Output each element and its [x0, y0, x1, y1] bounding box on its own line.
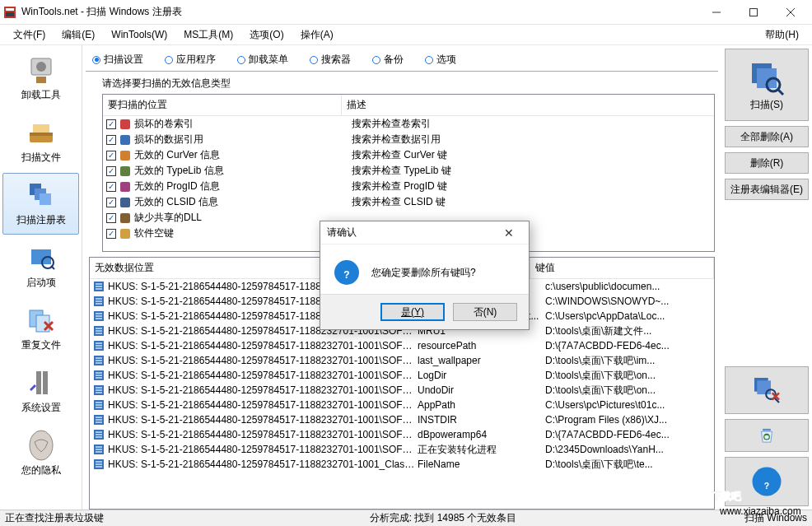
- tab-label: 备份: [384, 53, 404, 67]
- tab-1[interactable]: 应用程序: [161, 51, 219, 68]
- result-row[interactable]: HKUS: S-1-5-21-2186544480-1259784517-118…: [90, 353, 714, 368]
- sidebar-item-sysset[interactable]: 系统设置: [2, 361, 79, 422]
- scan-row[interactable]: 无效的 CurVer 信息搜索并检查 CurVer 键: [103, 147, 714, 163]
- titlebar: WinTools.net - 扫描 Windows 注册表: [0, 0, 812, 25]
- tab-label: 卸载菜单: [249, 53, 288, 67]
- scan-row[interactable]: 无效的 CLSID 信息搜索并检查 CLSID 键: [103, 194, 714, 210]
- tab-0[interactable]: 扫描设置: [89, 51, 147, 68]
- scan-row-location: 损坏的卷索引: [134, 117, 352, 131]
- svg-rect-28: [120, 151, 130, 161]
- result-location: HKUS: S-1-5-21-2186544480-1259784517-118…: [108, 340, 418, 351]
- result-keyvalue: D:\tools\桌面\下载吧\im...: [545, 354, 714, 368]
- menu-edit[interactable]: 编辑(E): [54, 26, 103, 44]
- scan-header-location[interactable]: 要扫描的位置: [103, 95, 342, 115]
- dialog-no-button[interactable]: 否(N): [453, 303, 517, 321]
- close-button[interactable]: [772, 1, 809, 24]
- result-keyname: resourcePath: [418, 340, 545, 351]
- result-row[interactable]: HKUS: S-1-5-21-2186544480-1259784517-118…: [90, 368, 714, 383]
- row-icon: [119, 165, 131, 177]
- inspect-button[interactable]: [725, 366, 809, 414]
- svg-rect-2: [6, 12, 14, 16]
- dupfiles-icon: [25, 304, 58, 337]
- scan-header-desc[interactable]: 描述: [342, 95, 714, 115]
- result-row[interactable]: HKUS: S-1-5-21-2186544480-1259784517-118…: [90, 457, 714, 472]
- result-row[interactable]: HKUS: S-1-5-21-2186544480-1259784517-118…: [90, 427, 714, 442]
- delete-button[interactable]: 删除(R): [725, 152, 809, 174]
- result-keyname: FileName: [418, 459, 545, 470]
- scan-row[interactable]: 无效的 ProgID 信息搜索并检查 ProgID 键: [103, 179, 714, 194]
- registry-icon: [93, 325, 105, 337]
- results-header-value[interactable]: 键值: [530, 258, 714, 278]
- sidebar-item-startup[interactable]: 启动项: [2, 235, 79, 297]
- row-icon: [119, 228, 131, 240]
- svg-rect-37: [96, 288, 102, 290]
- tab-2[interactable]: 卸载菜单: [234, 51, 292, 68]
- scan-row[interactable]: 无效的 TypeLib 信息搜索并检查 TypeLib 键: [103, 163, 714, 179]
- result-location: HKUS: S-1-5-21-2186544480-1259784517-118…: [108, 459, 418, 470]
- menu-options[interactable]: 选项(O): [241, 26, 292, 44]
- registry-icon: [93, 384, 105, 396]
- svg-rect-85: [96, 466, 102, 468]
- menu-mstools[interactable]: MS工具(M): [175, 26, 241, 44]
- checkbox[interactable]: [106, 198, 116, 207]
- sidebar-item-label: 您的隐私: [21, 463, 61, 477]
- registry-icon: [93, 429, 105, 440]
- menu-file[interactable]: 文件(F): [5, 26, 54, 44]
- scan-row[interactable]: 损坏的数据引用搜索并检查数据引用: [103, 132, 714, 147]
- recycle-bin-button[interactable]: [725, 419, 809, 452]
- startup-icon: [25, 241, 58, 274]
- checkbox[interactable]: [106, 135, 116, 145]
- svg-rect-51: [96, 342, 102, 344]
- result-keyname: LogDir: [418, 370, 545, 381]
- svg-rect-60: [96, 375, 102, 376]
- menu-action[interactable]: 操作(A): [292, 26, 342, 44]
- registry-editor-button[interactable]: 注册表编辑器(E): [725, 179, 809, 200]
- radio-icon: [310, 56, 318, 64]
- checkbox[interactable]: [106, 213, 116, 223]
- checkbox[interactable]: [106, 229, 116, 239]
- result-row[interactable]: HKUS: S-1-5-21-2186544480-1259784517-118…: [90, 442, 714, 457]
- result-row[interactable]: HKUS: S-1-5-21-2186544480-1259784517-118…: [90, 398, 714, 412]
- sidebar-item-privacy[interactable]: 您的隐私: [2, 423, 79, 485]
- svg-rect-29: [120, 166, 130, 176]
- result-location: HKUS: S-1-5-21-2186544480-1259784517-118…: [108, 384, 418, 396]
- tab-4[interactable]: 备份: [369, 51, 407, 68]
- scan-icon: [747, 58, 786, 98]
- tab-5[interactable]: 选项: [422, 51, 460, 68]
- scan-button[interactable]: 扫描(S): [725, 49, 809, 121]
- row-icon: [119, 150, 131, 161]
- checkbox[interactable]: [106, 119, 116, 129]
- result-keyvalue: D:\2345Downloads\YanH...: [545, 444, 714, 455]
- checkbox[interactable]: [106, 151, 116, 161]
- scan-row-location: 无效的 CurVer 信息: [134, 148, 352, 162]
- sidebar-item-uninstall[interactable]: 卸载工具: [2, 48, 79, 109]
- dialog-message: 您确定要删除所有键吗?: [371, 266, 476, 280]
- sidebar-item-dupfiles[interactable]: 重复文件: [2, 298, 79, 360]
- menu-help[interactable]: 帮助(H): [757, 26, 807, 44]
- result-row[interactable]: HKUS: S-1-5-21-2186544480-1259784517-118…: [90, 338, 714, 353]
- svg-rect-80: [96, 449, 102, 450]
- dialog-close-button[interactable]: ✕: [496, 226, 522, 240]
- sidebar-item-scanfiles[interactable]: 扫描文件: [2, 110, 79, 172]
- checkbox[interactable]: [106, 166, 116, 176]
- menu-wintools[interactable]: WinTools(W): [103, 27, 175, 42]
- radio-icon: [165, 56, 173, 64]
- sidebar-item-scanreg[interactable]: 扫描注册表: [2, 173, 79, 235]
- maximize-button[interactable]: [735, 1, 772, 24]
- tab-3[interactable]: 搜索器: [306, 51, 354, 68]
- svg-rect-32: [120, 213, 130, 223]
- tab-label: 扫描设置: [104, 53, 143, 67]
- result-row[interactable]: HKUS: S-1-5-21-2186544480-1259784517-118…: [90, 412, 714, 427]
- svg-rect-47: [96, 328, 102, 329]
- tab-label: 搜索器: [321, 53, 351, 67]
- delete-all-button[interactable]: 全部删除(A): [725, 126, 809, 147]
- svg-rect-23: [36, 371, 41, 394]
- checkbox[interactable]: [106, 182, 116, 192]
- svg-rect-52: [96, 345, 102, 347]
- result-keyvalue: c:\users\public\documen...: [545, 281, 714, 292]
- dialog-yes-button[interactable]: 是(Y): [380, 303, 445, 321]
- scan-row[interactable]: 损坏的卷索引搜索并检查卷索引: [103, 116, 714, 132]
- result-location: HKUS: S-1-5-21-2186544480-1259784517-118…: [108, 429, 418, 440]
- minimize-button[interactable]: [698, 1, 735, 24]
- result-row[interactable]: HKUS: S-1-5-21-2186544480-1259784517-118…: [90, 383, 714, 398]
